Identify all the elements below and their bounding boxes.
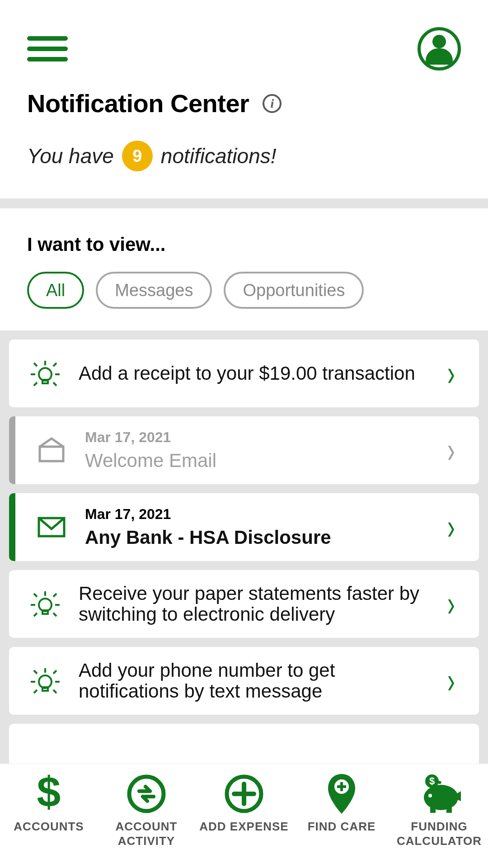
filter-section: I want to view... All Messages Opportuni… — [0, 208, 488, 330]
chevron-right-icon: › — [447, 353, 461, 395]
lightbulb-icon — [27, 359, 63, 388]
nav-accounts[interactable]: $ ACCOUNTS — [4, 774, 94, 834]
notification-date: Mar 17, 2021 — [85, 429, 432, 446]
svg-line-8 — [53, 382, 56, 386]
notification-summary: You have 9 notifications! — [0, 141, 488, 198]
chevron-right-icon: › — [447, 583, 461, 625]
nav-label: ADD EXPENSE — [199, 819, 288, 834]
info-icon[interactable]: i — [263, 94, 282, 113]
svg-line-7 — [34, 382, 37, 386]
swap-icon — [127, 774, 166, 814]
menu-icon[interactable] — [27, 36, 68, 61]
svg-point-37 — [424, 785, 458, 810]
notification-item[interactable]: Receive your paper statements faster by … — [9, 570, 479, 638]
svg-rect-9 — [40, 447, 63, 461]
chevron-right-icon: › — [447, 660, 461, 702]
svg-line-19 — [53, 613, 56, 616]
filter-title: I want to view... — [27, 234, 461, 255]
nav-label: ACCOUNT ACTIVITY — [101, 819, 192, 849]
nav-add-expense[interactable]: ADD EXPENSE — [199, 774, 289, 834]
notification-item[interactable]: Add your phone number to get notificatio… — [9, 647, 479, 715]
filter-chip-all[interactable]: All — [27, 272, 84, 309]
notification-list: Add a receipt to your $19.00 transaction… — [0, 330, 488, 764]
svg-line-28 — [53, 690, 56, 693]
notification-date: Mar 17, 2021 — [85, 506, 432, 523]
filter-chip-messages[interactable]: Messages — [96, 272, 212, 309]
map-pin-plus-icon — [322, 774, 361, 814]
bottom-nav: $ ACCOUNTS ACCOUNT ACTIVITY ADD EXPENSE — [0, 764, 488, 868]
chevron-right-icon: › — [447, 429, 461, 472]
svg-line-17 — [53, 594, 56, 597]
lightbulb-icon — [27, 590, 63, 618]
dollar-icon: $ — [29, 774, 69, 814]
svg-line-16 — [34, 594, 37, 597]
nav-find-care[interactable]: FIND CARE — [296, 774, 387, 834]
envelope-open-icon — [33, 437, 70, 464]
svg-line-26 — [53, 670, 56, 674]
lightbulb-icon — [27, 666, 63, 695]
summary-suffix: notifications! — [161, 144, 277, 168]
svg-line-27 — [34, 690, 37, 693]
notification-text: Any Bank - HSA Disclosure — [85, 527, 432, 548]
filter-chips: All Messages Opportunities — [27, 272, 461, 309]
filter-chip-opportunities[interactable]: Opportunities — [224, 272, 364, 309]
notification-text: Welcome Email — [85, 450, 432, 471]
svg-line-6 — [53, 363, 56, 366]
plus-circle-icon — [224, 774, 264, 814]
notification-item-peek[interactable] — [9, 724, 479, 764]
nav-label: FUNDING CALCULATOR — [394, 819, 484, 849]
person-icon — [423, 33, 455, 65]
notification-text: Add your phone number to get notificatio… — [79, 660, 432, 702]
notification-item[interactable]: Mar 17, 2021 Welcome Email › — [9, 416, 479, 484]
svg-point-11 — [39, 599, 52, 611]
notification-count-badge: 9 — [122, 141, 153, 171]
piggy-bank-icon: $ — [419, 774, 459, 814]
svg-rect-38 — [430, 807, 436, 813]
svg-point-30 — [129, 777, 164, 811]
svg-rect-39 — [446, 807, 452, 813]
chevron-right-icon: › — [447, 506, 461, 548]
notification-text: Add a receipt to your $19.00 transaction — [79, 363, 432, 384]
profile-avatar[interactable] — [418, 27, 461, 71]
page-title: Notification Center — [27, 89, 249, 118]
svg-point-40 — [428, 794, 432, 797]
notification-item[interactable]: Add a receipt to your $19.00 transaction… — [9, 340, 479, 407]
app-header — [0, 0, 488, 89]
nav-label: FIND CARE — [308, 819, 376, 834]
svg-point-0 — [39, 368, 52, 381]
envelope-icon — [33, 516, 70, 538]
notification-text: Receive your paper statements faster by … — [79, 583, 432, 625]
page-title-row: Notification Center i — [0, 89, 488, 141]
svg-line-25 — [34, 670, 37, 674]
nav-funding-calculator[interactable]: $ FUNDING CALCULATOR — [394, 774, 484, 849]
notification-item[interactable]: Mar 17, 2021 Any Bank - HSA Disclosure › — [9, 493, 479, 561]
svg-point-20 — [39, 675, 52, 688]
svg-line-18 — [34, 613, 37, 616]
svg-line-5 — [34, 363, 37, 366]
section-divider — [0, 198, 488, 208]
nav-account-activity[interactable]: ACCOUNT ACTIVITY — [101, 774, 192, 849]
svg-text:$: $ — [37, 768, 61, 816]
svg-text:$: $ — [429, 775, 435, 787]
nav-label: ACCOUNTS — [14, 819, 84, 834]
summary-prefix: You have — [27, 144, 114, 168]
